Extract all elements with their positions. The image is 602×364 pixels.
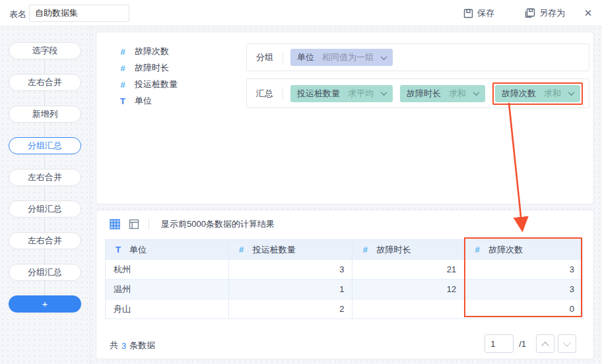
- add-step-button[interactable]: +: [9, 295, 81, 313]
- summary-section: 汇总 投运桩数量 求平均 故障时长 求和 故障次数 求和: [246, 78, 589, 108]
- column-header-fault-count[interactable]: # 故障次数: [465, 240, 582, 259]
- row-count-value: 3: [121, 341, 126, 351]
- sidebar-step-join-2[interactable]: 左右合并: [9, 169, 81, 186]
- sidebar-step-select-fields[interactable]: 选字段: [9, 42, 81, 59]
- cell-unit: 温州: [106, 280, 229, 299]
- step-label: 分组汇总: [28, 140, 62, 150]
- text-field-icon: T: [114, 245, 123, 255]
- field-list-item[interactable]: # 故障时长: [118, 61, 169, 75]
- chip-aggregation: 求平均: [348, 88, 374, 100]
- cell-fault-count: 3: [465, 260, 582, 279]
- number-field-icon: #: [118, 47, 127, 57]
- step-label: 新增列: [32, 109, 58, 119]
- save-as-icon: [525, 8, 535, 18]
- page-number-input[interactable]: [485, 334, 514, 353]
- field-list-item[interactable]: T 单位: [118, 94, 152, 108]
- layout-view-icon[interactable]: [129, 219, 139, 229]
- step-label: 分组汇总: [28, 204, 62, 214]
- cell-pile-count: 1: [229, 280, 353, 299]
- sidebar-step-join-1[interactable]: 左右合并: [9, 74, 81, 91]
- column-header-pile-count[interactable]: # 投运桩数量: [229, 240, 353, 259]
- column-name: 故障次数: [488, 244, 523, 256]
- field-name: 故障次数: [135, 46, 169, 57]
- column-header-unit[interactable]: T 单位: [106, 240, 229, 259]
- summary-chip-fault-count[interactable]: 故障次数 求和: [495, 85, 580, 102]
- group-section: 分组 单位 相同值为一组: [246, 44, 589, 71]
- preview-table: T 单位 # 投运桩数量 # 故障时长 # 故障次数 杭州 3 21 3 温州: [105, 239, 583, 319]
- save-icon: [463, 9, 473, 18]
- divider: [283, 87, 283, 100]
- step-label: 左右合并: [28, 235, 62, 245]
- table-row: 温州 1 12 3: [106, 279, 582, 299]
- preview-footer: 共 3 条数据 /1: [110, 334, 582, 357]
- chip-aggregation: 求和: [449, 88, 466, 100]
- result-preview-panel: 显示前5000条数据的计算结果 T 单位 # 投运桩数量 # 故障时长 # 故障…: [96, 210, 594, 359]
- page-down-button[interactable]: [558, 334, 576, 353]
- field-name: 投运桩数量: [135, 78, 178, 90]
- field-name: 单位: [135, 95, 152, 107]
- chip-field-name: 故障时长: [407, 88, 441, 100]
- table-name-input[interactable]: [29, 5, 129, 22]
- table-name-label: 表名: [9, 9, 26, 20]
- cell-fault-count: 0: [465, 299, 582, 318]
- title-bar: 表名 保存 另存为 ✕: [0, 0, 602, 26]
- number-field-icon: #: [118, 63, 127, 73]
- highlight-box-summary-chip: 故障次数 求和: [492, 82, 583, 105]
- save-as-label: 另存为: [539, 7, 565, 19]
- chip-field-name: 投运桩数量: [297, 88, 340, 100]
- number-field-icon: #: [118, 80, 127, 90]
- field-name: 故障时长: [135, 62, 169, 74]
- chip-aggregation: 求和: [544, 88, 561, 100]
- chevron-down-icon: [381, 89, 387, 96]
- number-field-icon: #: [360, 245, 370, 255]
- row-count-suffix: 条数据: [129, 340, 155, 351]
- column-header-fault-duration[interactable]: # 故障时长: [352, 240, 465, 259]
- table-row: 杭州 3 21 3: [106, 259, 582, 279]
- cell-pile-count: 2: [229, 299, 353, 318]
- cell-unit: 舟山: [106, 299, 229, 318]
- step-label: 分组汇总: [28, 267, 62, 277]
- preview-notice: 显示前5000条数据的计算结果: [161, 218, 275, 230]
- group-section-label: 分组: [247, 51, 283, 63]
- summary-chip-pile-count[interactable]: 投运桩数量 求平均: [290, 85, 393, 102]
- sidebar-step-add-column[interactable]: 新增列: [9, 106, 81, 123]
- column-name: 投运桩数量: [253, 244, 296, 256]
- summary-section-label: 汇总: [247, 88, 283, 100]
- save-as-button[interactable]: 另存为: [525, 0, 565, 26]
- field-list-item[interactable]: # 故障次数: [118, 44, 169, 59]
- number-field-icon: #: [237, 245, 246, 255]
- column-name: 故障时长: [376, 244, 411, 256]
- steps-sidebar: 选字段 左右合并 新增列 分组汇总 左右合并 分组汇总 左右合并 分组汇总 +: [0, 26, 90, 364]
- sidebar-step-group-summary-3[interactable]: 分组汇总: [9, 264, 81, 281]
- chevron-down-icon: [473, 89, 480, 96]
- close-icon[interactable]: ✕: [581, 6, 595, 20]
- page-up-button[interactable]: [536, 334, 554, 353]
- cell-fault-count: 3: [465, 280, 582, 299]
- cell-unit: 杭州: [106, 260, 229, 279]
- cell-fault-duration: [352, 299, 465, 318]
- group-summary-config-panel: # 故障次数 # 故障时长 # 投运桩数量 T 单位 分组 单位 相同值为一组 …: [96, 32, 594, 204]
- table-view-icon[interactable]: [110, 219, 120, 229]
- table-row: 舟山 2 0: [106, 299, 582, 318]
- sidebar-step-join-3[interactable]: 左右合并: [9, 232, 81, 249]
- sidebar-step-group-summary-2[interactable]: 分组汇总: [9, 200, 81, 218]
- field-list-item[interactable]: # 投运桩数量: [118, 77, 178, 92]
- table-header-row: T 单位 # 投运桩数量 # 故障时长 # 故障次数: [106, 240, 582, 259]
- self-service-dataset-editor: { "topbar": { "table_name_label": "表名", …: [0, 0, 602, 364]
- chevron-down-icon: [568, 89, 575, 96]
- save-label: 保存: [477, 7, 494, 19]
- chip-field-name: 单位: [297, 51, 314, 63]
- preview-toolbar: 显示前5000条数据的计算结果: [110, 218, 275, 230]
- cell-pile-count: 3: [229, 260, 353, 279]
- sidebar-step-group-summary-active[interactable]: 分组汇总: [9, 137, 81, 154]
- summary-chip-fault-duration[interactable]: 故障时长 求和: [400, 85, 485, 102]
- step-label: 左右合并: [28, 77, 62, 87]
- cell-fault-duration: 12: [352, 280, 465, 299]
- step-label: 左右合并: [28, 172, 62, 182]
- group-chip-unit[interactable]: 单位 相同值为一组: [290, 49, 393, 66]
- chip-field-name: 故障次数: [502, 88, 536, 100]
- save-button[interactable]: 保存: [463, 0, 494, 26]
- row-count-prefix: 共: [110, 340, 118, 351]
- divider: [283, 51, 283, 64]
- pagination: /1: [485, 334, 576, 353]
